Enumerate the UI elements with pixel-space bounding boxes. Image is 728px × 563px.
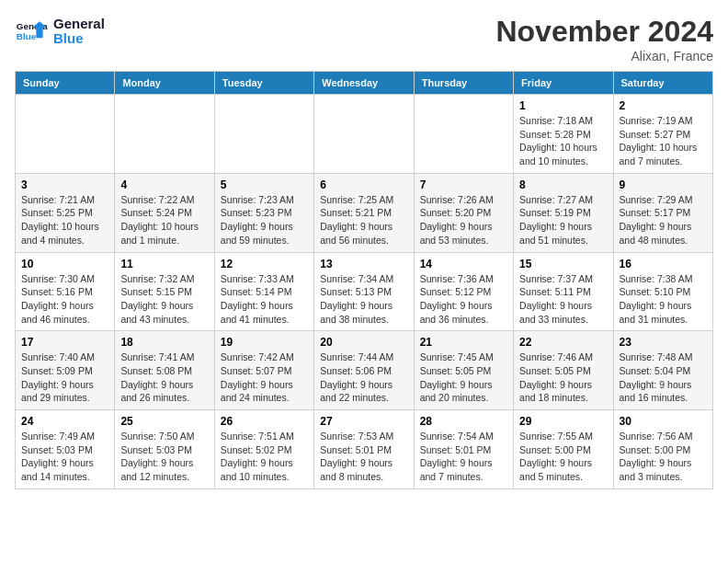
day-info: Sunrise: 7:56 AM Sunset: 5:00 PM Dayligh… — [620, 430, 707, 484]
calendar-cell: 15Sunrise: 7:37 AM Sunset: 5:11 PM Dayli… — [514, 252, 613, 331]
calendar-cell: 18Sunrise: 7:41 AM Sunset: 5:08 PM Dayli… — [115, 331, 214, 410]
day-number: 20 — [320, 336, 407, 349]
calendar-cell: 14Sunrise: 7:36 AM Sunset: 5:12 PM Dayli… — [414, 252, 513, 331]
calendar-cell: 30Sunrise: 7:56 AM Sunset: 5:00 PM Dayli… — [613, 410, 712, 489]
calendar-header: SundayMondayTuesdayWednesdayThursdayFrid… — [16, 72, 713, 95]
calendar-cell: 2Sunrise: 7:19 AM Sunset: 5:27 PM Daylig… — [613, 95, 712, 174]
calendar-cell: 10Sunrise: 7:30 AM Sunset: 5:16 PM Dayli… — [16, 252, 115, 331]
day-info: Sunrise: 7:42 AM Sunset: 5:07 PM Dayligh… — [221, 350, 308, 405]
calendar-cell: 20Sunrise: 7:44 AM Sunset: 5:06 PM Dayli… — [314, 331, 414, 410]
page-header: General Blue GeneralBlue November 2024 A… — [15, 15, 713, 63]
day-info: Sunrise: 7:26 AM Sunset: 5:20 PM Dayligh… — [420, 193, 507, 247]
day-number: 27 — [320, 415, 407, 428]
calendar-cell: 19Sunrise: 7:42 AM Sunset: 5:07 PM Dayli… — [214, 331, 313, 410]
calendar-cell: 24Sunrise: 7:49 AM Sunset: 5:03 PM Dayli… — [16, 410, 115, 489]
day-info: Sunrise: 7:19 AM Sunset: 5:27 PM Dayligh… — [620, 114, 707, 168]
day-number: 12 — [221, 258, 308, 270]
calendar-cell: 6Sunrise: 7:25 AM Sunset: 5:21 PM Daylig… — [314, 173, 414, 252]
day-number: 18 — [120, 336, 208, 349]
day-number: 3 — [21, 178, 108, 191]
day-number: 30 — [620, 415, 707, 428]
calendar-cell: 28Sunrise: 7:54 AM Sunset: 5:01 PM Dayli… — [414, 410, 513, 489]
calendar-cell: 3Sunrise: 7:21 AM Sunset: 5:25 PM Daylig… — [16, 173, 115, 252]
day-info: Sunrise: 7:46 AM Sunset: 5:05 PM Dayligh… — [519, 350, 607, 405]
day-info: Sunrise: 7:36 AM Sunset: 5:12 PM Dayligh… — [420, 272, 507, 327]
calendar-cell: 11Sunrise: 7:32 AM Sunset: 5:15 PM Dayli… — [115, 252, 214, 331]
day-info: Sunrise: 7:25 AM Sunset: 5:21 PM Dayligh… — [320, 193, 407, 247]
day-number: 26 — [221, 415, 308, 428]
calendar-cell: 25Sunrise: 7:50 AM Sunset: 5:03 PM Dayli… — [115, 410, 214, 489]
calendar-week-5: 24Sunrise: 7:49 AM Sunset: 5:03 PM Dayli… — [16, 410, 713, 489]
day-number: 2 — [620, 99, 707, 112]
weekday-row: SundayMondayTuesdayWednesdayThursdayFrid… — [16, 72, 713, 95]
day-number: 10 — [21, 258, 108, 270]
logo-text: GeneralBlue — [53, 17, 105, 47]
day-number: 23 — [620, 336, 707, 349]
day-info: Sunrise: 7:33 AM Sunset: 5:14 PM Dayligh… — [221, 272, 308, 327]
calendar-cell: 17Sunrise: 7:40 AM Sunset: 5:09 PM Dayli… — [16, 331, 115, 410]
day-info: Sunrise: 7:55 AM Sunset: 5:00 PM Dayligh… — [519, 430, 607, 484]
calendar-cell: 5Sunrise: 7:23 AM Sunset: 5:23 PM Daylig… — [214, 173, 313, 252]
calendar-cell: 13Sunrise: 7:34 AM Sunset: 5:13 PM Dayli… — [314, 252, 414, 331]
calendar-week-1: 1Sunrise: 7:18 AM Sunset: 5:28 PM Daylig… — [16, 95, 713, 174]
day-info: Sunrise: 7:21 AM Sunset: 5:25 PM Dayligh… — [21, 193, 108, 247]
day-info: Sunrise: 7:54 AM Sunset: 5:01 PM Dayligh… — [420, 430, 507, 484]
calendar-cell — [414, 95, 513, 174]
calendar-cell: 7Sunrise: 7:26 AM Sunset: 5:20 PM Daylig… — [414, 173, 513, 252]
weekday-header-wednesday: Wednesday — [314, 72, 414, 95]
calendar-cell: 21Sunrise: 7:45 AM Sunset: 5:05 PM Dayli… — [414, 331, 513, 410]
day-number: 8 — [519, 178, 607, 191]
day-info: Sunrise: 7:30 AM Sunset: 5:16 PM Dayligh… — [21, 272, 108, 327]
day-info: Sunrise: 7:22 AM Sunset: 5:24 PM Dayligh… — [120, 193, 208, 247]
day-number: 21 — [420, 336, 507, 349]
day-number: 29 — [519, 415, 607, 428]
calendar-cell: 27Sunrise: 7:53 AM Sunset: 5:01 PM Dayli… — [314, 410, 414, 489]
day-info: Sunrise: 7:51 AM Sunset: 5:02 PM Dayligh… — [221, 430, 308, 484]
calendar-cell — [16, 95, 115, 174]
calendar-cell: 1Sunrise: 7:18 AM Sunset: 5:28 PM Daylig… — [514, 95, 613, 174]
day-info: Sunrise: 7:32 AM Sunset: 5:15 PM Dayligh… — [120, 272, 208, 327]
day-number: 28 — [420, 415, 507, 428]
day-number: 11 — [120, 258, 208, 270]
calendar-cell: 4Sunrise: 7:22 AM Sunset: 5:24 PM Daylig… — [115, 173, 214, 252]
day-number: 14 — [420, 258, 507, 270]
calendar-cell: 8Sunrise: 7:27 AM Sunset: 5:19 PM Daylig… — [514, 173, 613, 252]
day-info: Sunrise: 7:37 AM Sunset: 5:11 PM Dayligh… — [519, 272, 607, 327]
day-info: Sunrise: 7:50 AM Sunset: 5:03 PM Dayligh… — [120, 430, 208, 484]
calendar-cell: 12Sunrise: 7:33 AM Sunset: 5:14 PM Dayli… — [214, 252, 313, 331]
location: Alixan, France — [495, 49, 713, 63]
calendar-cell — [214, 95, 313, 174]
day-number: 1 — [519, 99, 607, 112]
day-info: Sunrise: 7:27 AM Sunset: 5:19 PM Dayligh… — [519, 193, 607, 247]
calendar-cell: 29Sunrise: 7:55 AM Sunset: 5:00 PM Dayli… — [514, 410, 613, 489]
day-number: 19 — [221, 336, 308, 349]
calendar-week-4: 17Sunrise: 7:40 AM Sunset: 5:09 PM Dayli… — [16, 331, 713, 410]
calendar-cell — [115, 95, 214, 174]
calendar-week-3: 10Sunrise: 7:30 AM Sunset: 5:16 PM Dayli… — [16, 252, 713, 331]
day-info: Sunrise: 7:49 AM Sunset: 5:03 PM Dayligh… — [21, 430, 108, 484]
title-area: November 2024 Alixan, France — [495, 15, 713, 63]
month-title: November 2024 — [495, 15, 713, 49]
day-info: Sunrise: 7:34 AM Sunset: 5:13 PM Dayligh… — [320, 272, 407, 327]
day-number: 22 — [519, 336, 607, 349]
day-number: 17 — [21, 336, 108, 349]
day-info: Sunrise: 7:45 AM Sunset: 5:05 PM Dayligh… — [420, 350, 507, 405]
calendar-cell: 9Sunrise: 7:29 AM Sunset: 5:17 PM Daylig… — [613, 173, 712, 252]
day-number: 7 — [420, 178, 507, 191]
day-info: Sunrise: 7:29 AM Sunset: 5:17 PM Dayligh… — [620, 193, 707, 247]
weekday-header-sunday: Sunday — [16, 72, 115, 95]
weekday-header-thursday: Thursday — [414, 72, 513, 95]
day-number: 5 — [221, 178, 308, 191]
day-info: Sunrise: 7:41 AM Sunset: 5:08 PM Dayligh… — [120, 350, 208, 405]
day-number: 24 — [21, 415, 108, 428]
day-number: 16 — [620, 258, 707, 270]
day-number: 9 — [620, 178, 707, 191]
logo-icon: General Blue — [15, 15, 48, 48]
calendar-cell: 22Sunrise: 7:46 AM Sunset: 5:05 PM Dayli… — [514, 331, 613, 410]
day-info: Sunrise: 7:53 AM Sunset: 5:01 PM Dayligh… — [320, 430, 407, 484]
day-info: Sunrise: 7:48 AM Sunset: 5:04 PM Dayligh… — [620, 350, 707, 405]
day-number: 13 — [320, 258, 407, 270]
day-info: Sunrise: 7:44 AM Sunset: 5:06 PM Dayligh… — [320, 350, 407, 405]
calendar-week-2: 3Sunrise: 7:21 AM Sunset: 5:25 PM Daylig… — [16, 173, 713, 252]
weekday-header-tuesday: Tuesday — [214, 72, 313, 95]
